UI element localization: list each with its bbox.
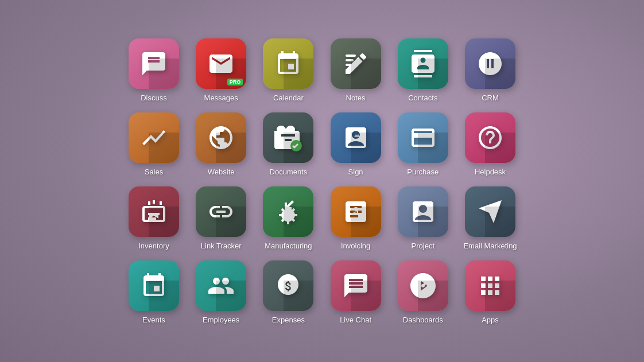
sales-icon xyxy=(129,112,179,163)
messages-label: Messages xyxy=(204,94,238,102)
sign-label: Sign xyxy=(348,168,363,176)
svg-text:$: $ xyxy=(353,206,358,216)
app-livechat[interactable]: Live Chat xyxy=(329,260,382,324)
svg-point-8 xyxy=(421,284,425,287)
app-events[interactable]: Events xyxy=(127,260,180,324)
app-calendar[interactable]: Calendar xyxy=(262,38,315,102)
manufacturing-icon xyxy=(263,186,313,237)
dashboards-icon xyxy=(398,260,448,311)
purchase-label: Purchase xyxy=(407,168,439,176)
app-messages[interactable]: PRO Messages xyxy=(195,38,248,102)
svg-rect-0 xyxy=(346,55,356,57)
app-grid: Discuss PRO Messages Calendar Notes Cont… xyxy=(104,27,540,336)
notes-icon xyxy=(331,38,381,89)
app-helpdesk[interactable]: Helpdesk xyxy=(463,112,517,176)
contacts-icon xyxy=(398,38,448,89)
calendar-icon xyxy=(263,38,313,89)
emailmarketing-icon xyxy=(465,186,515,237)
helpdesk-icon xyxy=(465,112,515,163)
svg-rect-2 xyxy=(346,64,351,66)
notes-label: Notes xyxy=(346,94,366,102)
app-employees[interactable]: Employees xyxy=(195,260,248,324)
dashboards-label: Dashboards xyxy=(403,316,443,324)
documents-icon xyxy=(263,112,313,163)
invoicing-icon: $ xyxy=(331,186,381,237)
emailmarketing-label: Email Marketing xyxy=(463,242,517,250)
linktracker-icon xyxy=(196,186,246,237)
app-dashboards[interactable]: Dashboards xyxy=(396,260,449,324)
manufacturing-label: Manufacturing xyxy=(265,242,312,250)
app-project[interactable]: Project xyxy=(396,186,449,250)
employees-label: Employees xyxy=(203,316,239,324)
app-contacts[interactable]: Contacts xyxy=(396,38,449,102)
apps-icon xyxy=(465,260,515,311)
expenses-icon xyxy=(263,260,313,311)
app-sign[interactable]: Sign xyxy=(329,112,382,176)
app-expenses[interactable]: Expenses xyxy=(262,260,315,324)
apps-label: Apps xyxy=(482,316,499,324)
linktracker-label: Link Tracker xyxy=(201,242,242,250)
messages-icon: PRO xyxy=(196,38,246,89)
discuss-label: Discuss xyxy=(141,94,167,102)
app-website[interactable]: Website xyxy=(195,112,248,176)
calendar-label: Calendar xyxy=(273,94,304,102)
project-label: Project xyxy=(412,242,434,250)
app-purchase[interactable]: Purchase xyxy=(396,112,449,176)
expenses-label: Expenses xyxy=(272,316,305,324)
purchase-icon xyxy=(398,112,448,163)
app-discuss[interactable]: Discuss xyxy=(127,38,180,102)
app-linktracker[interactable]: Link Tracker xyxy=(195,186,248,250)
app-invoicing[interactable]: $ Invoicing xyxy=(329,186,382,250)
events-label: Events xyxy=(142,316,165,324)
helpdesk-label: Helpdesk xyxy=(475,168,506,176)
inventory-icon xyxy=(129,186,179,237)
app-sales[interactable]: Sales xyxy=(127,112,180,176)
livechat-label: Live Chat xyxy=(340,316,371,324)
crm-icon xyxy=(465,38,515,89)
documents-label: Documents xyxy=(270,168,308,176)
website-label: Website xyxy=(208,168,235,176)
app-crm[interactable]: CRM xyxy=(463,38,517,102)
inventory-label: Inventory xyxy=(138,242,169,250)
events-icon xyxy=(129,260,179,311)
app-documents[interactable]: Documents xyxy=(262,112,315,176)
crm-label: CRM xyxy=(482,94,499,102)
contacts-label: Contacts xyxy=(408,94,437,102)
svg-rect-1 xyxy=(346,59,354,61)
app-notes[interactable]: Notes xyxy=(329,38,382,102)
website-icon xyxy=(196,112,246,163)
app-manufacturing[interactable]: Manufacturing xyxy=(262,186,315,250)
project-icon xyxy=(398,186,448,237)
sales-label: Sales xyxy=(145,168,164,176)
sign-icon xyxy=(331,112,381,163)
app-emailmarketing[interactable]: Email Marketing xyxy=(463,186,517,250)
employees-icon xyxy=(196,260,246,311)
app-apps[interactable]: Apps xyxy=(463,260,517,324)
app-inventory[interactable]: Inventory xyxy=(127,186,180,250)
svg-point-4 xyxy=(285,212,291,218)
discuss-icon xyxy=(129,38,179,89)
invoicing-label: Invoicing xyxy=(341,242,370,250)
livechat-icon xyxy=(331,260,381,311)
